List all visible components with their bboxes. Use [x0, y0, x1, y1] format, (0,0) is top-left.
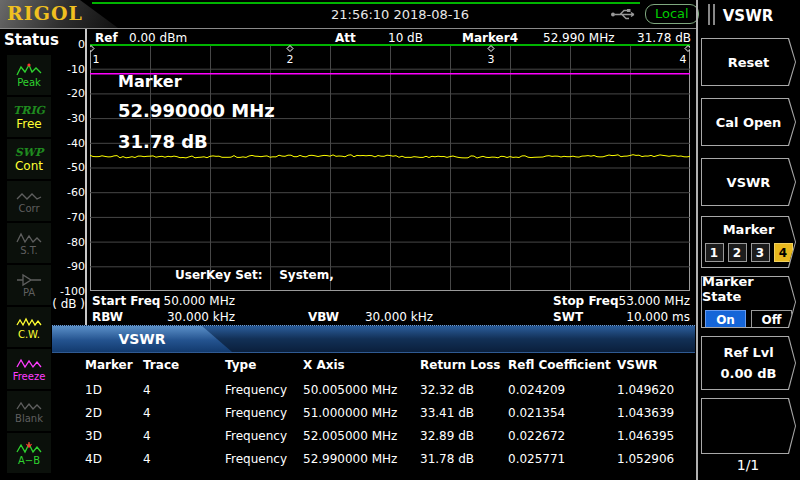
marker-info-freq: 52.990000 MHz — [118, 100, 275, 121]
softkey-vswr[interactable]: VSWR — [701, 158, 796, 206]
y-axis-tick: -90 — [67, 260, 85, 273]
marker-number: 3 — [488, 53, 495, 66]
table-cell: 4D — [85, 452, 143, 466]
marker-readout-level: 31.78 dB — [637, 31, 691, 45]
table-cell: 31.78 dB — [420, 452, 508, 466]
status-item-cw: C.W. — [7, 307, 51, 347]
softkey-panel-divider — [696, 0, 698, 480]
status-item-freeze: Freeze — [7, 349, 51, 389]
table-header-cell: Refl Coefficient — [508, 358, 617, 372]
table-cell: 3D — [85, 429, 143, 443]
softkey-reset[interactable]: Reset — [701, 38, 796, 86]
local-mode-badge: Local — [645, 4, 699, 24]
top-bar-divider — [0, 28, 697, 29]
marker-info-title: Marker — [118, 72, 275, 91]
stop-freq-label: Stop Freq — [553, 294, 618, 308]
marker-info-block: Marker 52.990000 MHz 31.78 dB — [118, 72, 275, 152]
marker-info-level: 31.78 dB — [118, 131, 275, 152]
table-cell: Frequency — [225, 429, 303, 443]
softkey-blank[interactable] — [701, 398, 796, 454]
y-axis-tick: -20 — [67, 87, 85, 100]
marker-option-3[interactable]: 3 — [751, 243, 770, 262]
softkey-cal-open-label: Cal Open — [716, 115, 782, 130]
y-axis-tick: -10 — [67, 63, 85, 76]
vbw-value: 30.000 kHz — [348, 310, 433, 324]
y-axis-tick: -50 — [67, 161, 85, 174]
table-header-cell: VSWR — [617, 358, 695, 372]
table-cell: 4 — [143, 406, 225, 420]
softkey-marker-state[interactable]: Marker State On Off — [701, 276, 796, 328]
y-axis-tick: -100 — [60, 285, 85, 298]
table-cell: 4 — [143, 383, 225, 397]
softkey-ref-lvl-label: Ref Lvl — [723, 345, 773, 360]
status-item-ab: A−B — [7, 433, 51, 473]
status-blank-label: Blank — [15, 413, 43, 424]
table-row: 4D4Frequency52.990000 MHz31.78 dB0.02577… — [85, 447, 695, 470]
att-value: 10 dB — [388, 31, 423, 45]
page-indicator: 1/1 — [700, 457, 796, 473]
table-cell: 52.990000 MHz — [303, 452, 420, 466]
timestamp: 21:56:10 2018-08-16 — [290, 7, 510, 22]
status-ab-label: A−B — [18, 455, 40, 466]
ref-label: Ref — [95, 31, 118, 45]
top-bar: RIGOL 21:56:10 2018-08-16 Local — [0, 0, 800, 28]
table-cell: 51.000000 MHz — [303, 406, 420, 420]
results-tab-bar: VSWR — [52, 325, 695, 353]
status-cw-label: C.W. — [18, 329, 40, 340]
y-axis-ticks: 0-10-20-30-40-50-60-70-80-90-100 — [28, 38, 85, 298]
softkey-menu-title: VSWR — [700, 7, 796, 25]
marker-state-off[interactable]: Off — [751, 310, 792, 330]
att-label: Att — [335, 31, 356, 45]
marker-state-on[interactable]: On — [705, 310, 746, 330]
table-cell: 2D — [85, 406, 143, 420]
marker-option-4[interactable]: 4 — [774, 243, 793, 262]
tab-vswr[interactable]: VSWR — [52, 326, 232, 352]
marker-diamond — [488, 46, 494, 52]
y-axis-tick: -70 — [67, 211, 85, 224]
instrument-screen: RIGOL 21:56:10 2018-08-16 Local Status P… — [0, 0, 800, 480]
start-freq-value: 50.000 MHz — [140, 294, 235, 308]
rbw-label: RBW — [92, 310, 123, 324]
swt-value: 10.000 ms — [615, 310, 690, 324]
marker-readout-freq: 52.990 MHz — [543, 31, 614, 45]
top-accent-line — [92, 2, 640, 4]
table-cell: 32.89 dB — [420, 429, 508, 443]
table-cell: 1.052906 — [617, 452, 695, 466]
waveform-ab-icon — [16, 441, 42, 455]
marker-state-row: On Off — [705, 310, 792, 330]
table-cell: Frequency — [225, 452, 303, 466]
table-row: 2D4Frequency51.000000 MHz33.41 dB0.02135… — [85, 401, 695, 424]
softkey-cal-open[interactable]: Cal Open — [701, 98, 796, 146]
table-cell: 50.005000 MHz — [303, 383, 420, 397]
softkey-marker-label: Marker — [723, 222, 775, 237]
marker-option-2[interactable]: 2 — [728, 243, 747, 262]
table-cell: 0.022672 — [508, 429, 617, 443]
marker-select-row: 1 2 3 4 — [705, 243, 793, 262]
softkey-vswr-label: VSWR — [727, 175, 771, 190]
usb-icon — [610, 8, 640, 21]
table-cell: 33.41 dB — [420, 406, 508, 420]
waveform-cw-icon — [16, 315, 42, 329]
left-panel-divider — [85, 29, 87, 325]
marker-diamond — [685, 46, 690, 52]
marker-number: 2 — [287, 53, 294, 66]
results-table: MarkerTraceTypeX AxisReturn LossRefl Coe… — [85, 352, 695, 470]
table-header-cell: Type — [225, 358, 303, 372]
softkey-ref-lvl[interactable]: Ref Lvl 0.00 dB — [701, 336, 796, 390]
waveform-freeze-icon — [16, 357, 42, 371]
softkey-marker[interactable]: Marker 1 2 3 4 — [701, 216, 796, 268]
table-cell: 0.025771 — [508, 452, 617, 466]
table-header-cell: Return Loss — [420, 358, 508, 372]
swt-label: SWT — [553, 310, 583, 324]
table-header-cell: X Axis — [303, 358, 420, 372]
table-cell: 1.049620 — [617, 383, 695, 397]
tab-vswr-label: VSWR — [118, 331, 165, 347]
y-axis-tick: -80 — [67, 236, 85, 249]
marker-number: 4 — [680, 53, 687, 66]
stop-freq-value: 53.000 MHz — [610, 294, 690, 308]
table-header-row: MarkerTraceTypeX AxisReturn LossRefl Coe… — [85, 352, 695, 378]
y-axis-tick: 0 — [78, 38, 85, 51]
softkey-reset-label: Reset — [728, 55, 770, 70]
table-cell: 4 — [143, 452, 225, 466]
marker-option-1[interactable]: 1 — [705, 243, 724, 262]
